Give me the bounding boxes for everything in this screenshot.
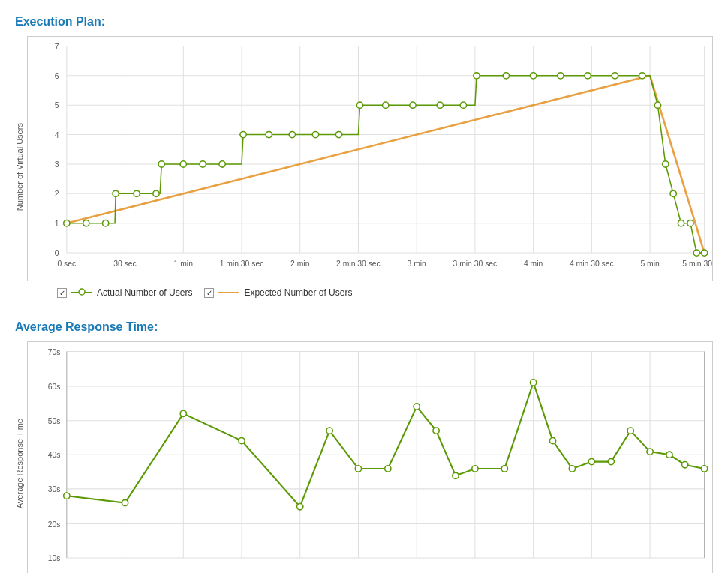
svg-point-59 <box>410 102 416 108</box>
avg-response-svg-wrap: 10s 20s 30s 40s 50s 60s 70s <box>27 341 713 573</box>
svg-text:1 min 30 sec: 1 min 30 sec <box>220 260 264 268</box>
svg-point-116 <box>530 380 536 386</box>
svg-point-42 <box>64 220 70 226</box>
svg-point-57 <box>356 102 362 108</box>
avg-response-section: Average Response Time: Average Response … <box>15 320 713 573</box>
legend-actual-label: Actual Number of Users <box>97 287 192 298</box>
svg-text:1 min: 1 min <box>174 260 194 268</box>
legend-actual[interactable]: ✓ Actual Number of Users <box>57 287 192 298</box>
svg-text:4: 4 <box>55 131 59 140</box>
svg-text:2: 2 <box>55 190 59 198</box>
svg-point-103 <box>64 493 70 499</box>
svg-point-117 <box>549 438 555 444</box>
execution-plan-chart-area: .grid-line { stroke: #e0e0e0; stroke-wid… <box>27 36 713 298</box>
svg-point-52 <box>240 131 246 137</box>
legend-actual-checkbox[interactable]: ✓ <box>57 288 67 298</box>
svg-point-118 <box>569 466 575 472</box>
svg-point-48 <box>158 161 164 167</box>
execution-plan-chart-wrap: Number of Virtual Users .grid-line { str… <box>15 36 713 298</box>
svg-text:50s: 50s <box>48 417 61 425</box>
svg-text:0 sec: 0 sec <box>57 260 76 268</box>
svg-point-72 <box>678 220 684 226</box>
svg-point-56 <box>335 131 341 137</box>
legend-actual-line <box>71 292 92 293</box>
svg-point-123 <box>666 452 672 458</box>
svg-point-64 <box>530 73 536 79</box>
avg-response-chart-wrap: Average Response Time <box>15 341 713 573</box>
svg-text:40s: 40s <box>48 452 61 460</box>
svg-text:10s: 10s <box>48 555 61 563</box>
execution-plan-svg-wrap: .grid-line { stroke: #e0e0e0; stroke-wid… <box>27 36 713 281</box>
avg-response-chart-area: 10s 20s 30s 40s 50s 60s 70s <box>27 341 713 573</box>
svg-point-124 <box>682 462 688 468</box>
svg-text:4 min 30 sec: 4 min 30 sec <box>570 260 614 268</box>
svg-point-53 <box>266 131 272 137</box>
svg-point-67 <box>612 73 618 79</box>
svg-point-105 <box>180 410 186 416</box>
svg-point-104 <box>122 500 128 506</box>
svg-point-61 <box>460 102 466 108</box>
execution-plan-svg: .grid-line { stroke: #e0e0e0; stroke-wid… <box>28 37 712 278</box>
svg-text:5 min: 5 min <box>640 260 660 268</box>
svg-point-63 <box>503 73 509 79</box>
execution-plan-legend: ✓ Actual Number of Users ✓ Expected Numb… <box>57 287 713 298</box>
svg-point-60 <box>437 102 443 108</box>
svg-point-107 <box>297 504 303 510</box>
svg-text:20s: 20s <box>48 520 61 529</box>
svg-text:2 min 30 sec: 2 min 30 sec <box>336 260 381 268</box>
svg-point-47 <box>153 190 159 196</box>
svg-point-71 <box>670 190 676 196</box>
svg-point-120 <box>608 459 614 465</box>
svg-text:0: 0 <box>55 249 59 257</box>
execution-plan-section: Execution Plan: Number of Virtual Users … <box>15 15 713 298</box>
svg-point-45 <box>113 190 119 196</box>
svg-text:2 min: 2 min <box>290 260 310 268</box>
svg-text:60s: 60s <box>48 382 61 391</box>
svg-point-125 <box>701 466 707 472</box>
svg-text:7: 7 <box>55 43 59 51</box>
svg-point-49 <box>180 161 186 167</box>
svg-point-68 <box>639 73 645 79</box>
execution-plan-y-label: Number of Virtual Users <box>15 36 24 298</box>
svg-text:5 min 30 sec: 5 min 30 sec <box>682 260 712 268</box>
svg-point-112 <box>433 428 439 434</box>
svg-point-106 <box>239 438 245 444</box>
legend-expected[interactable]: ✓ Expected Number of Users <box>204 287 352 298</box>
svg-point-70 <box>663 161 669 167</box>
avg-response-y-label: Average Response Time <box>15 341 24 573</box>
svg-point-74 <box>693 250 699 256</box>
legend-expected-line <box>218 292 239 293</box>
svg-point-121 <box>627 428 633 434</box>
svg-text:30s: 30s <box>48 485 61 494</box>
execution-plan-title: Execution Plan: <box>15 15 713 28</box>
svg-point-113 <box>453 472 459 478</box>
svg-point-55 <box>312 131 318 137</box>
svg-point-62 <box>474 73 480 79</box>
svg-text:30 sec: 30 sec <box>113 260 137 268</box>
svg-point-110 <box>385 466 391 472</box>
svg-point-109 <box>355 466 361 472</box>
svg-point-50 <box>200 161 206 167</box>
legend-expected-checkbox[interactable]: ✓ <box>204 288 214 298</box>
svg-point-58 <box>383 102 389 108</box>
svg-text:3 min: 3 min <box>408 260 427 268</box>
svg-point-114 <box>472 466 478 472</box>
svg-text:1: 1 <box>55 220 59 228</box>
svg-point-115 <box>501 466 507 472</box>
svg-point-43 <box>83 220 89 226</box>
svg-text:3: 3 <box>55 160 59 169</box>
svg-point-54 <box>289 131 295 137</box>
svg-point-51 <box>219 161 225 167</box>
avg-response-svg: 10s 20s 30s 40s 50s 60s 70s <box>28 342 712 573</box>
svg-point-46 <box>134 190 140 196</box>
svg-point-73 <box>687 220 693 226</box>
legend-expected-label: Expected Number of Users <box>244 287 352 298</box>
svg-point-108 <box>326 428 332 434</box>
svg-point-75 <box>701 250 707 256</box>
avg-response-title: Average Response Time: <box>15 320 713 334</box>
svg-text:3 min 30 sec: 3 min 30 sec <box>453 260 498 268</box>
svg-point-122 <box>647 448 653 454</box>
svg-text:5: 5 <box>55 101 59 110</box>
svg-point-65 <box>558 73 564 79</box>
svg-point-111 <box>414 404 420 410</box>
